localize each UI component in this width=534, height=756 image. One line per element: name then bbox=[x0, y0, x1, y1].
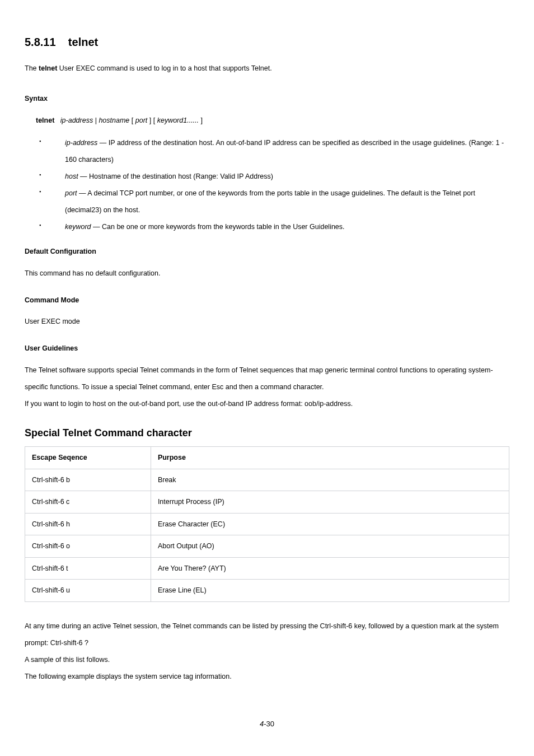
param-name: port bbox=[65, 189, 77, 197]
syntax-ip: ip-address bbox=[60, 116, 93, 124]
table-header-row: Escape Seqence Purpose bbox=[25, 447, 509, 469]
section-title-text: telnet bbox=[68, 36, 98, 48]
syntax-line: telnet ip-address | hostname [ port ] [ … bbox=[36, 112, 509, 129]
param-name: keyword bbox=[65, 223, 91, 231]
table-cell-seq: Ctrl-shift-6 h bbox=[25, 513, 151, 535]
syntax-keyword: keyword1...... bbox=[157, 116, 199, 124]
param-dash: — bbox=[91, 223, 102, 231]
syntax-rbr1: ] [ bbox=[149, 116, 155, 124]
after-table-p1: At any time during an active Telnet sess… bbox=[25, 618, 509, 651]
guidelines-para-1: The Telnet software supports special Tel… bbox=[25, 362, 509, 395]
guidelines-para-2: If you want to login to host on the out-… bbox=[25, 395, 509, 412]
list-item: keyword — Can be one or more keywords fr… bbox=[36, 218, 509, 235]
section-number: 5.8.11 bbox=[25, 36, 56, 48]
param-dash: — bbox=[77, 189, 88, 197]
after-table-p2: A sample of this list follows. bbox=[25, 651, 509, 668]
list-item: ip-address — IP address of the destinati… bbox=[36, 134, 509, 168]
command-mode-body: User EXEC mode bbox=[25, 313, 509, 330]
syntax-heading: Syntax bbox=[25, 94, 509, 104]
param-name: host bbox=[65, 172, 78, 180]
param-dash: — bbox=[78, 172, 89, 180]
user-guidelines-heading: User Guidelines bbox=[25, 343, 509, 354]
param-desc: A decimal TCP port number, or one of the… bbox=[65, 189, 475, 214]
table-row: Ctrl-shift-6 h Erase Character (EC) bbox=[25, 513, 509, 535]
list-item: port — A decimal TCP port number, or one… bbox=[36, 185, 509, 218]
default-config-heading: Default Configuration bbox=[25, 246, 509, 257]
param-name: ip-address bbox=[65, 139, 97, 147]
table-cell-seq: Ctrl-shift-6 c bbox=[25, 491, 151, 514]
after-table-p3: The following example displays the syste… bbox=[25, 668, 509, 685]
table-header: Escape Seqence bbox=[25, 447, 151, 469]
param-desc: Hostname of the destination host (Range:… bbox=[89, 172, 273, 180]
intro-paragraph: The telnet User EXEC command is used to … bbox=[25, 62, 509, 76]
table-cell-seq: Ctrl-shift-6 t bbox=[25, 557, 151, 580]
section-heading: 5.8.11 telnet bbox=[25, 34, 509, 50]
intro-suffix: User EXEC command is used to log in to a… bbox=[57, 64, 271, 72]
intro-prefix: The bbox=[25, 64, 39, 72]
table-title: Special Telnet Command character bbox=[25, 426, 509, 441]
parameter-list: ip-address — IP address of the destinati… bbox=[36, 134, 509, 235]
table-cell-purpose: Are You There? (AYT) bbox=[151, 557, 509, 580]
table-row: Ctrl-shift-6 u Erase Line (EL) bbox=[25, 580, 509, 602]
syntax-host: hostname bbox=[99, 116, 129, 124]
syntax-lbr1: [ bbox=[132, 116, 133, 124]
table-cell-purpose: Erase Line (EL) bbox=[151, 580, 509, 602]
table-row: Ctrl-shift-6 b Break bbox=[25, 469, 509, 491]
list-item: host — Hostname of the destination host … bbox=[36, 168, 509, 185]
param-dash: — bbox=[97, 139, 108, 147]
default-config-body: This command has no default configuratio… bbox=[25, 265, 509, 282]
special-commands-table: Escape Seqence Purpose Ctrl-shift-6 b Br… bbox=[25, 446, 509, 602]
table-cell-purpose: Erase Character (EC) bbox=[151, 513, 509, 535]
page-number: 4-30 bbox=[25, 718, 509, 730]
syntax-port: port bbox=[135, 116, 148, 124]
table-cell-seq: Ctrl-shift-6 b bbox=[25, 469, 151, 491]
command-mode-heading: Command Mode bbox=[25, 295, 509, 306]
table-row: Ctrl-shift-6 t Are You There? (AYT) bbox=[25, 557, 509, 580]
table-cell-seq: Ctrl-shift-6 o bbox=[25, 535, 151, 558]
param-desc: Can be one or more keywords from the key… bbox=[102, 223, 345, 231]
table-row: Ctrl-shift-6 o Abort Output (AO) bbox=[25, 535, 509, 558]
table-cell-purpose: Abort Output (AO) bbox=[151, 535, 509, 558]
table-cell-purpose: Break bbox=[151, 469, 509, 491]
param-desc: IP address of the destination host. An o… bbox=[65, 139, 504, 164]
syntax-rbr2: ] bbox=[201, 116, 203, 124]
table-header: Purpose bbox=[151, 447, 509, 469]
syntax-cmd: telnet bbox=[36, 116, 54, 124]
intro-command: telnet bbox=[39, 64, 57, 72]
table-cell-purpose: Interrupt Process (IP) bbox=[151, 491, 509, 514]
table-cell-seq: Ctrl-shift-6 u bbox=[25, 580, 151, 602]
table-row: Ctrl-shift-6 c Interrupt Process (IP) bbox=[25, 491, 509, 514]
page-suffix: -30 bbox=[264, 720, 274, 728]
